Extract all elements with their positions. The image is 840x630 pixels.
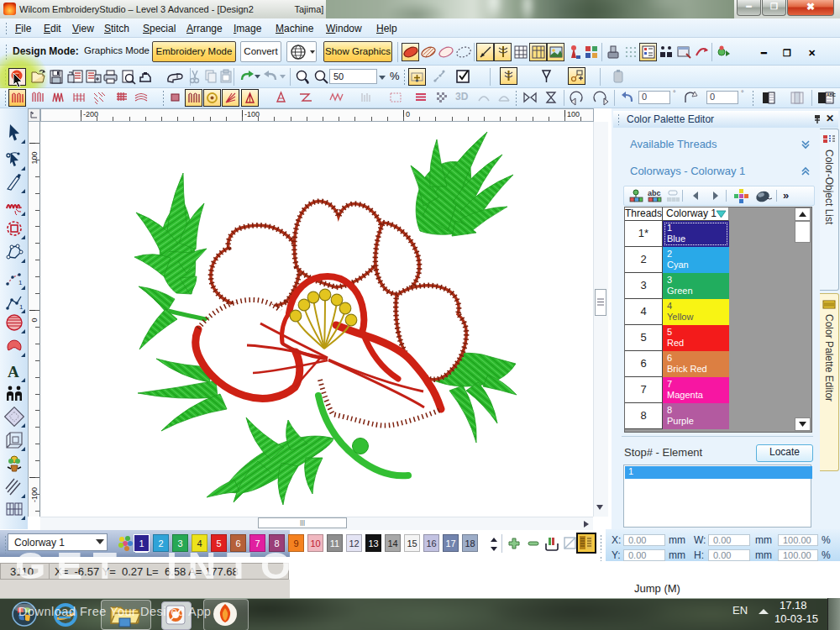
svg-text:A: A (8, 363, 19, 381)
svg-text:abc: abc (648, 189, 661, 197)
svg-text:ABC: ABC (827, 92, 836, 97)
